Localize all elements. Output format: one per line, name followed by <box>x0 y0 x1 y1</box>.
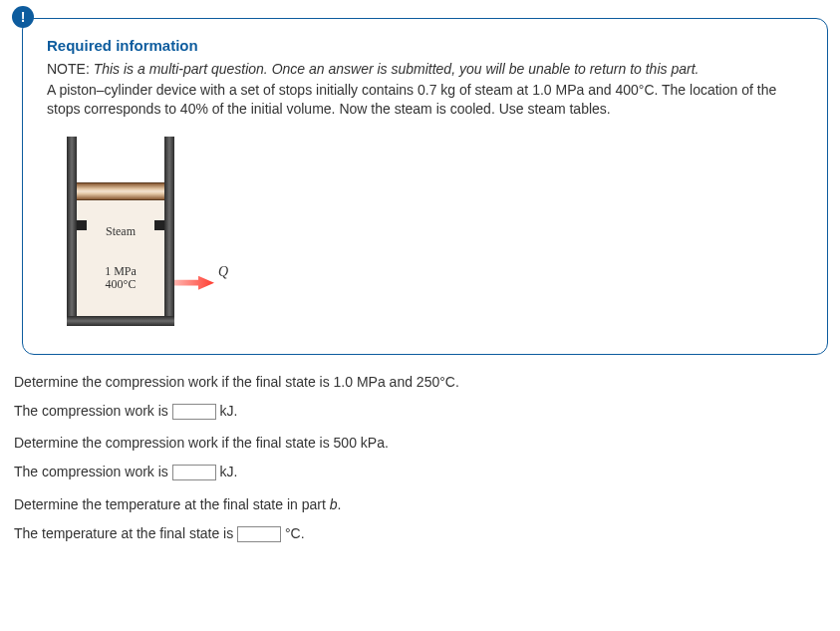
note-line: NOTE: This is a multi-part question. Onc… <box>47 60 803 79</box>
q3-input[interactable] <box>237 526 281 542</box>
required-info-box: Required information NOTE: This is a mul… <box>22 18 828 355</box>
q2-unit: kJ. <box>216 464 238 479</box>
note-body: This is a multi-part question. Once an a… <box>94 61 700 77</box>
q1-answer-line: The compression work is kJ. <box>14 402 826 421</box>
temperature-label: 400°C <box>106 277 137 291</box>
q3-prefix: The temperature at the final state is <box>14 525 237 541</box>
wall-bottom <box>67 316 174 326</box>
piston <box>77 182 164 200</box>
arrow-icon <box>174 276 214 290</box>
q-label: Q <box>218 264 228 280</box>
q1-prompt: Determine the compression work if the fi… <box>14 373 826 392</box>
q3-prompt: Determine the temperature at the final s… <box>14 495 826 514</box>
q3-part-b: b <box>330 496 338 512</box>
q2-input[interactable] <box>172 465 216 480</box>
q3-prompt-a: Determine the temperature at the final s… <box>14 496 330 512</box>
wall-left <box>67 137 77 326</box>
q3-answer-line: The temperature at the final state is °C… <box>14 524 826 543</box>
required-info-title: Required information <box>47 37 803 54</box>
q2-prefix: The compression work is <box>14 464 172 479</box>
problem-statement: A piston–cylinder device with a set of s… <box>47 81 803 119</box>
q1-input[interactable] <box>172 404 216 420</box>
conditions-label: 1 MPa 400°C <box>77 265 164 291</box>
wall-right <box>164 137 174 326</box>
q2-answer-line: The compression work is kJ. <box>14 463 826 481</box>
q2-prompt: Determine the compression work if the fi… <box>14 434 826 453</box>
alert-icon: ! <box>12 6 34 28</box>
piston-figure: Steam 1 MPa 400°C Q <box>61 137 220 326</box>
pressure-label: 1 MPa <box>105 264 137 278</box>
cylinder-graphic: Steam 1 MPa 400°C <box>67 137 174 326</box>
chamber <box>77 200 164 316</box>
q1-unit: kJ. <box>216 403 238 419</box>
q3-prompt-c: . <box>338 496 342 512</box>
question-2: Determine the compression work if the fi… <box>12 434 828 481</box>
q3-unit: °C. <box>281 525 305 541</box>
note-prefix: NOTE: <box>47 61 90 77</box>
question-3: Determine the temperature at the final s… <box>12 495 828 543</box>
question-1: Determine the compression work if the fi… <box>12 373 828 421</box>
steam-label: Steam <box>77 224 164 239</box>
q1-prefix: The compression work is <box>14 403 172 419</box>
